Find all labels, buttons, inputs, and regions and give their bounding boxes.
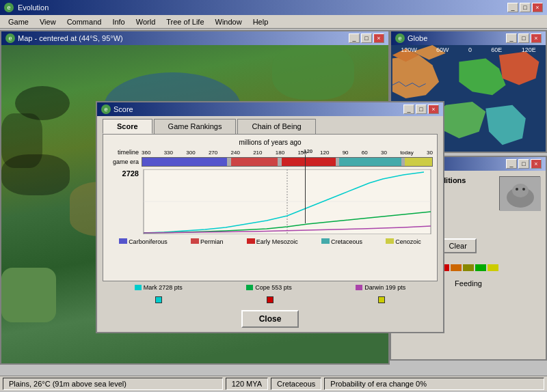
box-red (267, 296, 274, 303)
title-controls: _ □ × (507, 3, 543, 12)
score-title-bar: e Score _ □ × (97, 102, 443, 116)
globe-labels: 120W 60W 0 60E 120E (391, 46, 546, 53)
swatch-olive (463, 264, 474, 271)
menu-help[interactable]: Help (248, 16, 274, 27)
svg-point-11 (512, 184, 529, 197)
era-legend-cretaceous: Cretaceous (331, 238, 362, 245)
status-location-text: Plains, 26°C (91m above sea level) (9, 380, 126, 388)
status-mya-text: 120 MYA (232, 380, 262, 388)
menu-command[interactable]: Command (62, 16, 107, 27)
marker-label: -120 (302, 148, 312, 154)
menu-window[interactable]: Window (210, 16, 248, 27)
era-legend-early-mesozoic: Early Mesozoic (256, 238, 298, 245)
legend-cope-label: Cope 553 pts (255, 284, 292, 291)
map-maximize[interactable]: □ (361, 33, 372, 43)
legend-mark-color (135, 285, 142, 290)
era-cenozoic (405, 158, 432, 166)
globe-label-0: 0 (468, 46, 472, 53)
era-permian (231, 158, 278, 166)
main-area: e Map - centered at (44°S, 95°W) _ □ × (0, 29, 547, 391)
tl-210: 210 (253, 150, 262, 156)
globe-icon: e (395, 33, 405, 43)
map-minimize[interactable]: _ (349, 33, 360, 43)
score-close[interactable]: × (428, 104, 439, 114)
status-probability: Probability of era change 0% (324, 378, 544, 390)
era-legend-cenozoic: Cenozoic (395, 238, 421, 245)
menu-info[interactable]: Info (107, 16, 130, 27)
box-yellow (378, 296, 385, 303)
marker-line (305, 155, 306, 223)
tl-30b: 30 (427, 150, 433, 156)
box-yellow-swatch (378, 296, 385, 303)
svg-point-13 (522, 188, 525, 191)
score-maximize[interactable]: □ (416, 104, 427, 114)
era-legend: Carboniferous Permian Early Mesozoic Cre… (107, 238, 433, 245)
globe-label-120e: 120E (522, 46, 536, 53)
tab-game-rankings[interactable]: Game Rankings (154, 119, 237, 134)
svg-point-12 (516, 188, 518, 191)
creature-image (500, 177, 541, 211)
score-close-button[interactable]: Close (241, 310, 299, 328)
menu-view[interactable]: View (34, 16, 62, 27)
globe-label-120w: 120W (401, 46, 417, 53)
tl-360: 360 (142, 150, 150, 156)
app-icon: e (4, 3, 14, 12)
globe-label-60w: 60W (436, 46, 449, 53)
box-cyan (155, 296, 162, 303)
menu-game[interactable]: Game (3, 16, 34, 27)
score-chart-svg (142, 169, 433, 234)
tl-240: 240 (231, 150, 240, 156)
globe-close[interactable]: × (531, 33, 542, 43)
tl-180: 180 (276, 150, 284, 156)
menu-tree-of-life[interactable]: Tree of Life (161, 16, 209, 27)
close-button[interactable]: × (532, 3, 543, 12)
timeline-label: timeline (107, 149, 142, 156)
map-icon: e (5, 33, 15, 43)
box-cyan-swatch (155, 296, 162, 303)
command-close[interactable]: × (531, 159, 542, 169)
tl-30: 30 (381, 150, 387, 156)
status-bar: Plains, 26°C (91m above sea level) 120 M… (0, 376, 547, 391)
score-legend: Mark 2728 pts Cope 553 pts Darwin 199 pt… (97, 281, 443, 294)
score-content: Score Game Rankings Chain of Being milli… (97, 116, 443, 332)
score-minimize[interactable]: _ (403, 104, 414, 114)
score-window-title: Score (114, 105, 133, 113)
globe-label-60e: 60E (491, 46, 502, 53)
clear-button[interactable]: Clear (440, 238, 477, 253)
score-tabs: Score Game Rankings Chain of Being (97, 116, 443, 134)
legend-mark: Mark 2728 pts (135, 284, 183, 291)
globe-title: Globe (408, 34, 427, 42)
tl-120: 120 (320, 150, 329, 156)
game-era-label: game era (107, 158, 142, 165)
chart-area: millions of years ago timeline 360 330 3… (103, 134, 438, 281)
tl-today: today (400, 150, 414, 156)
swatch-green (475, 264, 486, 271)
command-maximize[interactable]: □ (518, 159, 529, 169)
tl-60: 60 (362, 150, 368, 156)
legend-darwin-label: Darwin 199 pts (364, 284, 405, 291)
map-close[interactable]: × (373, 33, 384, 43)
status-probability-text: Probability of era change 0% (330, 380, 427, 388)
legend-cope-color (246, 285, 253, 290)
minimize-button[interactable]: _ (507, 3, 518, 12)
legend-darwin: Darwin 199 pts (356, 284, 405, 291)
globe-minimize[interactable]: _ (506, 33, 517, 43)
status-era-text: Cretaceous (277, 380, 315, 388)
era-cretaceous (339, 158, 401, 166)
maximize-button[interactable]: □ (520, 3, 531, 12)
swatch-orange (451, 264, 462, 271)
tab-chain-of-being[interactable]: Chain of Being (237, 119, 315, 134)
title-bar-left: e Evolution (4, 3, 49, 12)
tl-90: 90 (343, 150, 349, 156)
era-carboniferous (142, 158, 227, 166)
command-minimize[interactable]: _ (506, 159, 517, 169)
menu-world[interactable]: World (131, 16, 161, 27)
era-legend-carboniferous: Carboniferous (129, 238, 168, 245)
close-btn-container: Close (97, 306, 443, 332)
globe-maximize[interactable]: □ (518, 33, 529, 43)
globe-title-bar: e Globe _ □ × (391, 31, 546, 45)
legend-darwin-color (356, 285, 362, 290)
status-mya: 120 MYA (226, 378, 268, 390)
tab-score[interactable]: Score (103, 119, 152, 134)
score-chart-value: 2728 (107, 169, 142, 178)
